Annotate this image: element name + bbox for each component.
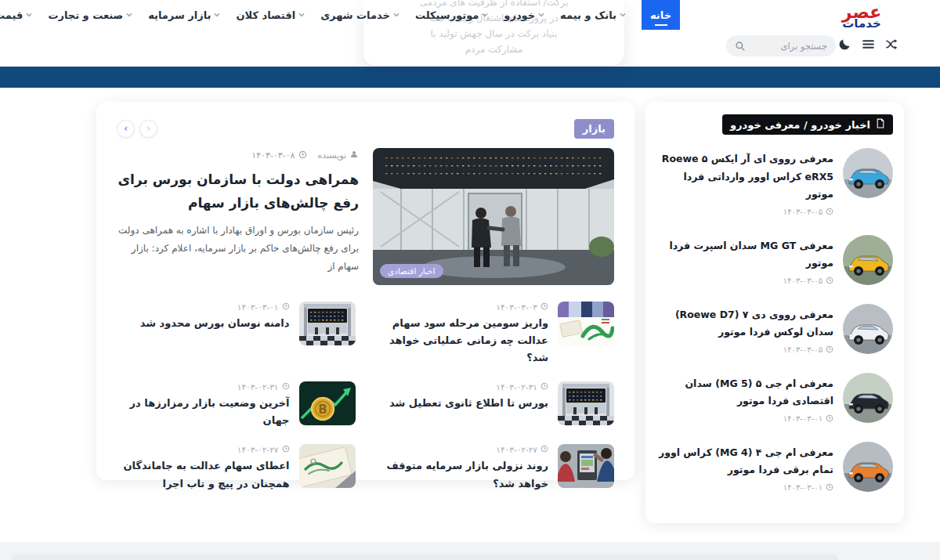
news-date: ۱۴۰۳-۰۲-۲۷ — [496, 445, 537, 454]
chevron-down-icon — [298, 13, 305, 17]
clock-icon — [540, 445, 548, 454]
news-date-row: ۱۴۰۳-۰۳-۰۱ — [117, 302, 290, 312]
nav-item-1[interactable]: بانک و بیمه — [560, 9, 626, 21]
news-list-item[interactable]: ۱۴۰۳-۰۲-۲۷ اعطای سهام عدالت به جاماندگان… — [117, 444, 356, 492]
car-news-item[interactable]: معرفی رووی دی ۷ (Roewe D7) سدان لوکس فرد… — [656, 304, 893, 355]
news-date: ۱۴۰۳-۰۳-۰۱ — [237, 302, 279, 312]
header-icon-group — [838, 38, 899, 51]
car-news-title[interactable]: معرفی ام جی ۴ (MG 4) کراس اوور تمام برقی… — [656, 444, 833, 479]
clock-icon — [282, 302, 290, 312]
nav-item-3[interactable]: موتورسیکلت — [415, 9, 488, 21]
news-list-item[interactable]: B ۱۴۰۳-۰۲-۳۱ آخرین وضعیت بازار رمزارزها … — [117, 381, 356, 429]
chevron-down-icon — [482, 13, 488, 17]
car-news-title[interactable]: معرفی رووی ای آر ایکس ۵ Roewe eRX5 کراس … — [656, 150, 833, 204]
news-list-item[interactable]: ۱۴۰۳-۰۳-۰۳ واریز سومین مرحله سود سهام عد… — [376, 302, 615, 367]
news-list-item[interactable]: ۱۴۰۳-۰۳-۰۱ دامنه نوسان بورس محدود شد — [117, 302, 356, 367]
news-title[interactable]: آخرین وضعیت بازار رمزارزها در جهان — [117, 395, 290, 429]
market-section-card: بازار ‹ › اخبار اقتصاد — [96, 102, 634, 480]
bourse-hall-photo[interactable] — [299, 302, 356, 345]
news-date-row: ۱۴۰۳-۰۳-۰۳ — [376, 302, 549, 312]
author-meta[interactable]: نویسنده — [318, 150, 359, 161]
news-title[interactable]: بورس تا اطلاع ثانوی تعطیل شد — [376, 395, 549, 412]
car-news-item[interactable]: معرفی رووی ای آر ایکس ۵ Roewe eRX5 کراس … — [656, 148, 893, 217]
clock-icon — [826, 276, 833, 286]
car-news-title[interactable]: معرفی ام جی ۵ (MG 5) سدان اقتصادی فردا م… — [656, 375, 833, 410]
nav-tab-home-active[interactable]: خانه — [642, 0, 680, 30]
news-title[interactable]: اعطای سهام عدالت به جاماندگان همچنان در … — [117, 457, 290, 492]
search-input[interactable]: جستجو برای — [726, 35, 836, 56]
car-news-title[interactable]: معرفی MG GT سدان اسپرت فردا موتور — [656, 237, 833, 273]
news-list-item[interactable]: ۱۴۰۳-۰۲-۳۱ بورس تا اطلاع ثانوی تعطیل شد — [376, 381, 615, 429]
nav-item-label: خدمات شهری — [320, 9, 390, 21]
chevron-down-icon — [126, 13, 132, 17]
nav-item-7[interactable]: صنعت و تجارت — [48, 9, 132, 21]
popup-line: مشارکت مردم — [374, 42, 613, 57]
market-section-badge[interactable]: بازار — [574, 119, 614, 139]
featured-image[interactable]: اخبار اقتصادی — [373, 148, 614, 285]
car-news-date-row: ۱۴۰۳-۰۳-۰۵ — [656, 276, 833, 286]
car-white-sedan-photo[interactable] — [843, 304, 893, 354]
nav-item-8[interactable]: قیمت — [0, 9, 32, 21]
footer-inner-panel — [12, 555, 838, 560]
news-date-row: ۱۴۰۳-۰۲-۳۱ — [376, 382, 549, 392]
news-date-row: ۱۴۰۳-۰۲-۲۷ — [117, 445, 290, 454]
bourse-hall-photo[interactable] — [558, 381, 614, 425]
nav-item-label: موتورسیکلت — [415, 9, 479, 21]
featured-date: ۱۴۰۳-۰۳-۰۸ — [251, 150, 295, 161]
document-icon — [876, 118, 885, 131]
news-list: ۱۴۰۳-۰۳-۰۳ واریز سومین مرحله سود سهام عد… — [117, 302, 614, 493]
edalat-collage-photo[interactable] — [558, 302, 614, 345]
car-news-date: ۱۴۰۳-۰۳-۰۵ — [783, 208, 822, 216]
car-news-date-row: ۱۴۰۳-۰۳-۰۵ — [656, 345, 833, 355]
kiosk-screen-photo[interactable] — [558, 444, 614, 488]
author-label: نویسنده — [318, 150, 346, 161]
carousel-controls: ‹ › — [117, 120, 157, 138]
news-date: ۱۴۰۳-۰۳-۰۳ — [496, 302, 537, 312]
featured-title[interactable]: همراهی دولت با سازمان بورس برای رفع چالش… — [117, 168, 359, 215]
moon-icon[interactable] — [838, 38, 851, 51]
car-news-date-row: ۱۴۰۳-۰۳-۰۱ — [656, 414, 833, 424]
bitcoin-chart-photo[interactable]: B — [299, 381, 356, 425]
carousel-prev-button[interactable]: ‹ — [117, 120, 135, 138]
nav-item-6[interactable]: بازار سرمایه — [148, 9, 220, 21]
clock-icon — [540, 302, 548, 312]
clock-icon — [826, 483, 833, 493]
nav-item-5[interactable]: اقتصاد کلان — [236, 9, 305, 21]
car-news-date-row: ۱۴۰۳-۰۳-۰۵ — [656, 208, 833, 217]
sidebar-car-list: معرفی رووی ای آر ایکس ۵ Roewe eRX5 کراس … — [656, 148, 893, 493]
shuffle-icon[interactable] — [885, 38, 899, 51]
news-title[interactable]: روند نزولی بازار سرمایه متوقف خواهد شد؟ — [376, 457, 549, 492]
date-meta: ۱۴۰۳-۰۳-۰۸ — [251, 150, 306, 161]
car-orange-crossover-photo[interactable] — [843, 442, 893, 492]
car-news-date: ۱۴۰۳-۰۳-۰۱ — [783, 483, 822, 492]
nav-item-2[interactable]: خودرو — [504, 9, 544, 21]
edalat-paper-photo[interactable] — [299, 444, 356, 488]
car-news-item[interactable]: معرفی MG GT سدان اسپرت فردا موتور ۱۴۰۳-۰… — [656, 235, 893, 286]
nav-item-label: اقتصاد کلان — [236, 9, 295, 21]
sidebar-title: اخبار خودرو / معرفی خودرو — [730, 119, 870, 131]
news-title[interactable]: دامنه نوسان بورس محدود شد — [117, 315, 290, 332]
news-title[interactable]: واریز سومین مرحله سود سهام عدالت چه زمان… — [376, 315, 549, 367]
featured-meta: نویسنده ۱۴۰۳-۰۳-۰۸ — [117, 150, 359, 161]
car-news-title[interactable]: معرفی رووی دی ۷ (Roewe D7) سدان لوکس فرد… — [656, 306, 833, 341]
clock-icon — [540, 382, 548, 392]
hamburger-icon[interactable] — [862, 38, 875, 51]
nav-item-4[interactable]: خدمات شهری — [320, 9, 400, 21]
site-logo[interactable]: عصر خدمات — [824, 4, 899, 30]
chevron-down-icon — [214, 13, 220, 17]
clock-icon — [826, 208, 833, 217]
car-news-item[interactable]: معرفی ام جی ۴ (MG 4) کراس اوور تمام برقی… — [656, 442, 893, 493]
main-nav: خانه بانک و بیمه خودرو موتورسیکلت خدمات … — [0, 0, 680, 30]
nav-item-label: بازار سرمایه — [148, 9, 211, 21]
clock-icon — [826, 414, 833, 424]
featured-category-badge[interactable]: اخبار اقتصادی — [380, 264, 443, 278]
car-black-sedan-photo[interactable] — [843, 373, 893, 423]
header-accent-bar — [0, 67, 940, 88]
car-blue-crossover-photo[interactable] — [843, 148, 893, 198]
car-news-sidebar: اخبار خودرو / معرفی خودرو معرفی رووی ای … — [645, 102, 904, 523]
news-list-item[interactable]: ۱۴۰۳-۰۲-۲۷ روند نزولی بازار سرمایه متوقف… — [376, 444, 615, 492]
news-date-row: ۱۴۰۳-۰۲-۲۷ — [376, 445, 549, 454]
car-yellow-sedan-photo[interactable] — [843, 235, 893, 285]
carousel-next-button[interactable]: › — [139, 120, 157, 138]
car-news-item[interactable]: معرفی ام جی ۵ (MG 5) سدان اقتصادی فردا م… — [656, 373, 893, 424]
